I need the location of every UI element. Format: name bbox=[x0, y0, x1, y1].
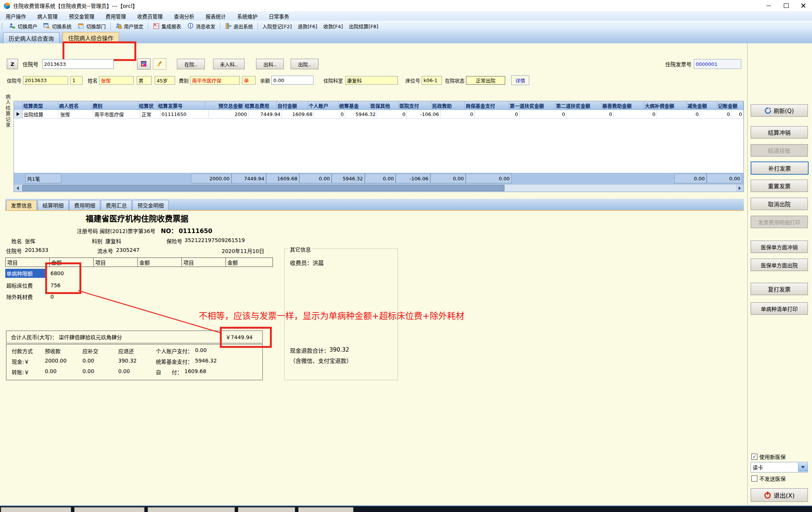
switch-system-button[interactable]: 切换系统 bbox=[40, 21, 75, 30]
clear-credit-button[interactable]: 结清挂账 bbox=[751, 144, 808, 157]
scroll-right-button[interactable] bbox=[736, 184, 743, 192]
collect-payment-button[interactable]: 收款[F4] bbox=[320, 21, 346, 30]
tab-inpatient-operations[interactable]: 住院病人综合操作 bbox=[62, 32, 119, 43]
dropdown-arrow-button[interactable] bbox=[798, 463, 807, 472]
menu-daily-affairs[interactable]: 日常事务 bbox=[263, 12, 295, 20]
scroll-left-button[interactable] bbox=[14, 184, 21, 192]
exit-system-icon bbox=[225, 23, 232, 29]
switch-dept-button[interactable]: 切换部门 bbox=[75, 21, 109, 30]
z-button[interactable]: Z bbox=[7, 59, 18, 69]
col-header[interactable]: 预交总金额 bbox=[205, 101, 244, 110]
col-header[interactable]: 第二道扶贫金额 bbox=[555, 101, 602, 110]
col-header[interactable]: 减免金额 bbox=[687, 101, 717, 110]
pool-pay-value: 5946.32 bbox=[195, 358, 217, 365]
cell: 5946.32 bbox=[345, 110, 377, 119]
invoice-fee-detail-print-button[interactable]: 发票费用明细打印 bbox=[751, 216, 808, 228]
menu-cashier-mgmt[interactable]: 收费员管理 bbox=[132, 12, 169, 20]
insurance-unilateral-discharge-button[interactable]: 医保单方面出院 bbox=[751, 259, 808, 271]
refund-button[interactable]: 退款[F6] bbox=[295, 21, 320, 30]
integrated-report-icon bbox=[153, 23, 160, 29]
settlement-record-side-label: 病人结算记录 bbox=[5, 94, 11, 128]
taskbar-item[interactable] bbox=[1, 507, 71, 512]
tab-history-patient-query[interactable]: 历史病人综合查询 bbox=[3, 32, 59, 43]
inpatient-invoice-no-field[interactable]: 0000001 bbox=[694, 59, 741, 69]
detail-link[interactable]: 详情 bbox=[511, 75, 529, 85]
taskbar-item[interactable] bbox=[238, 507, 295, 512]
col-header[interactable]: 医院支付 bbox=[399, 101, 431, 110]
insurance-unilateral-reverse-button[interactable]: 医保单方面冲销 bbox=[751, 241, 808, 253]
close-button[interactable] bbox=[795, 0, 812, 11]
refresh-button[interactable]: 刷新(Q) bbox=[751, 104, 808, 117]
no-send-insurance-checkbox[interactable]: 不发送医保 bbox=[751, 475, 786, 482]
col-header[interactable]: 结算状 bbox=[138, 101, 157, 110]
horizontal-scrollbar[interactable] bbox=[14, 184, 743, 192]
message-button[interactable]: i 消息收发 bbox=[184, 21, 218, 30]
menu-fee-mgmt[interactable]: 费用管理 bbox=[100, 12, 132, 20]
invoice-id-line: 住院号 2013633 流水号 2305247 2020年11月10日 bbox=[5, 247, 269, 254]
tab-settlement-detail[interactable]: 结算明细 bbox=[38, 200, 69, 210]
col-header[interactable]: 个人账户 bbox=[308, 101, 338, 110]
use-new-insurance-checkbox[interactable]: ✓ 使用新医保 bbox=[751, 453, 786, 460]
in-hospital-button[interactable]: 在院.. bbox=[177, 59, 205, 69]
col-header[interactable]: 第一道扶贫金额 bbox=[509, 101, 555, 110]
col-header[interactable]: 结算总费用 bbox=[244, 101, 277, 110]
row-selector[interactable] bbox=[14, 110, 23, 119]
invoice-item-row[interactable]: 单病种限额 6800 bbox=[5, 268, 269, 278]
invoice-item-row[interactable]: 超标床位费 756 bbox=[5, 280, 269, 290]
col-header[interactable]: 费别 bbox=[92, 101, 138, 110]
col-header[interactable]: 统筹基金 bbox=[338, 101, 370, 110]
minimize-button[interactable] bbox=[760, 0, 777, 11]
clear-button[interactable] bbox=[153, 58, 166, 70]
reprint-invoice-button[interactable]: 补打发票 bbox=[751, 162, 809, 175]
menu-deposit-mgmt[interactable]: 预交金管理 bbox=[63, 12, 100, 20]
tab-fee-detail[interactable]: 费用明细 bbox=[69, 200, 100, 210]
menu-query-analysis[interactable]: 查询分析 bbox=[168, 12, 200, 20]
taskbar-item[interactable] bbox=[74, 507, 145, 512]
col-header[interactable]: 大病补偿金额 bbox=[644, 101, 687, 110]
menu-report-stats[interactable]: 报表统计 bbox=[200, 12, 232, 20]
cell: 0 bbox=[614, 110, 657, 119]
menu-patient-mgmt[interactable]: 病人管理 bbox=[32, 12, 63, 20]
copy-print-invoice-button[interactable]: 复打发票 bbox=[751, 283, 808, 295]
menu-bar: 用户操作 病人管理 预交金管理 费用管理 收费员管理 查询分析 报表统计 系统维… bbox=[0, 11, 812, 21]
col-header[interactable]: 自付金额 bbox=[277, 101, 308, 110]
tab-deposit-detail[interactable]: 预交金明细 bbox=[133, 200, 169, 210]
exit-system-button[interactable]: 退出系统 bbox=[222, 21, 256, 30]
card-reader-button[interactable] bbox=[137, 58, 151, 70]
col-header[interactable]: 民政救助 bbox=[431, 101, 465, 110]
col-header[interactable]: 结算发票号 bbox=[157, 101, 205, 110]
menu-system-maint[interactable]: 系统维护 bbox=[232, 12, 263, 20]
col-header[interactable]: 慈善救助金额 bbox=[602, 101, 644, 110]
discharge-settle-button[interactable]: 出院结算[F8] bbox=[346, 21, 381, 30]
tab-invoice-info[interactable]: 发票信息 bbox=[6, 200, 37, 210]
grid-data-row[interactable]: 出院结算 张恽 南平市医疗保 正常 01111650 2000 7449.94 … bbox=[14, 110, 743, 119]
scrollbar-thumb[interactable] bbox=[22, 185, 504, 191]
col-header[interactable]: 病人姓名 bbox=[58, 101, 92, 110]
exit-button[interactable]: 退出(X) bbox=[751, 488, 808, 502]
integrated-report-button[interactable]: 集成报表 bbox=[150, 21, 184, 30]
admission-no-input[interactable]: 2013633 bbox=[42, 59, 114, 69]
col-header[interactable]: 结算类型 bbox=[23, 101, 58, 110]
taskbar-item[interactable] bbox=[298, 507, 353, 512]
col-header[interactable]: 医保其他 bbox=[370, 101, 399, 110]
user-lock-button[interactable]: 用户锁定 bbox=[112, 21, 146, 30]
invoice-item-row[interactable]: 除外耗材费 0 bbox=[5, 292, 269, 302]
switch-user-button[interactable]: 切换用户 bbox=[6, 21, 40, 30]
maximize-button[interactable] bbox=[777, 0, 795, 11]
refresh-icon bbox=[765, 107, 771, 114]
col-header[interactable]: 商保基金支付 bbox=[465, 101, 509, 110]
single-disease-list-print-button[interactable]: 单病种清单打印 bbox=[751, 302, 808, 315]
settlement-reverse-button[interactable]: 结算冲销 bbox=[751, 126, 808, 139]
col-header[interactable]: 记账金额 bbox=[717, 101, 743, 110]
read-card-dropdown[interactable]: 读卡 bbox=[751, 462, 808, 472]
application-window: 住院收费管理系统【住院收费处--管理员】---【orcl】 用户操作 病人管理 … bbox=[0, 0, 812, 512]
discharged-button[interactable]: 出院.. bbox=[291, 59, 318, 69]
tab-fee-summary[interactable]: 费用汇总 bbox=[101, 200, 132, 210]
menu-user-ops[interactable]: 用户操作 bbox=[0, 12, 32, 20]
not-admitted-button[interactable]: 未入科.. bbox=[213, 59, 245, 69]
admission-register-button[interactable]: 入院登记[F2] bbox=[259, 21, 295, 30]
out-dept-button[interactable]: 出科.. bbox=[256, 59, 284, 69]
taskbar-item[interactable] bbox=[148, 507, 235, 512]
cancel-discharge-button[interactable]: 取消出院 bbox=[751, 198, 808, 210]
reset-invoice-button[interactable]: 重置发票 bbox=[751, 180, 808, 192]
